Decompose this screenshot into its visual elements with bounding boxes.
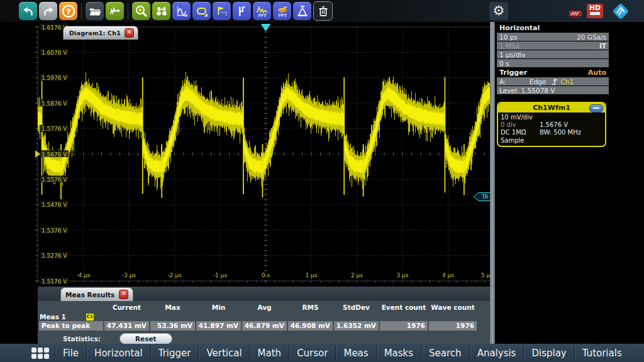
search-button[interactable] [152,2,170,20]
redo-icon [42,4,55,18]
undo-icon [21,4,35,18]
svg-text:1.5376 V: 1.5376 V [42,228,67,234]
channel1-row-decimation: Sample [498,137,605,146]
channel1-offset-value: 1.5676 V [540,121,568,129]
svg-text:1.5476 V: 1.5476 V [42,202,67,208]
channel1-row-scale: 10 mV/div [498,112,605,121]
panel-splitter[interactable] [490,22,495,344]
deskew-button[interactable] [233,2,251,20]
meas-tab-close-icon[interactable]: ✕ [119,290,128,299]
trigger-title: Trigger [499,69,527,77]
meas-header-row: Current Max Min Avg RMS StdDev Event cou… [39,302,490,312]
channel1-decimation-value: Sample [501,137,525,145]
top-toolbar: ? [0,0,644,22]
zoom-icon [134,4,148,18]
meas-results-tab[interactable]: Meas Results ✕ [60,287,133,301]
fft-button[interactable]: FFT [253,2,271,20]
waveform-edit-button[interactable] [172,2,191,20]
channel1-header: Ch1Wfm1 [498,103,605,112]
zone-trigger-button[interactable] [213,2,231,20]
minimize-button[interactable] [589,104,603,112]
menu-item-vertical[interactable]: Vertical [198,346,249,361]
svg-text:FFT: FFT [258,13,267,18]
meas-header-min: Min [196,304,241,311]
menu-item-display[interactable]: Display [523,346,574,361]
zoom-button[interactable] [132,2,150,20]
meas-name-cell: Peak to peak [39,321,103,331]
timebase-scale-value: 1 μs/div [499,51,526,58]
open-folder-icon [88,4,102,18]
meas-header-stddev: StdDev [334,304,379,311]
deskew-icon [235,4,249,18]
flag-icon [215,4,229,18]
hd-mode-badge[interactable]: HD [587,4,603,18]
delete-button[interactable] [313,1,333,21]
redo-button[interactable] [39,2,57,20]
undo-button[interactable] [19,2,37,20]
menu-item-math[interactable]: Math [250,346,289,361]
svg-text:1.5976 V: 1.5976 V [42,75,67,81]
svg-text:2 μs: 2 μs [351,272,363,278]
menu-item-cursor[interactable]: Cursor [289,346,335,361]
spectrogram-button[interactable]: FFT [273,2,291,20]
fft-icon: FFT [255,4,269,18]
meas-results-panel: Meas Results ✕ Current Max Min Avg RMS S… [38,287,490,343]
reset-statistics-button[interactable]: Reset [119,333,172,344]
svg-text:1.5176 V: 1.5176 V [42,278,67,285]
diagram-tab-label: Diagram1: Ch1 [69,30,121,36]
open-file-button[interactable] [86,2,104,20]
diagram-tab[interactable]: Diagram1: Ch1 ✕ [63,26,138,40]
annotate-icon [108,4,122,18]
meas-stddev-cell: 1.6352 mV [334,321,379,331]
meas-avg-cell: 46.879 mV [242,321,287,331]
svg-text:TA: TA [481,194,488,200]
svg-text:1.5276 V: 1.5276 V [42,253,67,259]
mask-test-button[interactable] [192,2,211,20]
menu-item-masks[interactable]: Masks [376,346,421,361]
help-button[interactable]: ? [59,2,77,20]
trigger-mode-value: Auto [588,69,606,77]
mask-icon [195,4,209,18]
histogram-button[interactable] [293,2,311,20]
menu-item-file[interactable]: File [55,346,86,361]
statistics-label: Statistics: [63,335,101,343]
menu-item-trigger[interactable]: Trigger [150,346,199,361]
waveform-diagram: 1.6176 V1.6076 V1.5976 V1.5876 V1.5776 V… [35,23,496,286]
horizontal-row-resolution: 10 ps 20 GSa/s [497,33,609,41]
menu-item-horizontal[interactable]: Horizontal [86,346,150,361]
meas-eventcount-cell: 1976 [380,321,428,331]
trigger-row-source: A: Edge Ch1 [497,77,609,85]
meas-header-avg: Avg [242,304,287,311]
meas-current-cell: 47.431 mV [104,321,149,331]
horizontal-trigger-infobox[interactable]: Horizontal 10 ps 20 GSa/s 1 MSa IT 1 μs/… [497,23,609,94]
graticule-svg: 1.6176 V1.6076 V1.5976 V1.5876 V1.5776 V… [35,23,496,286]
menu-item-meas[interactable]: Meas [335,346,375,361]
horizontal-title: Horizontal [499,24,540,32]
minimize-icon [593,107,599,109]
trigger-type-value: Edge [530,78,546,85]
resolution-value: 10 ps [499,33,518,41]
rohde-schwarz-logo [611,3,630,23]
svg-text:-2 μs: -2 μs [167,272,182,278]
horizontal-row-scale: 1 μs/div [497,50,609,58]
meas-values-row: Peak to peak 47.431 mV 53.36 mV 41.897 m… [39,321,490,331]
annotate-button[interactable] [106,2,124,20]
rs-diamond-icon [611,3,630,20]
menu-item-search[interactable]: Search [421,346,469,361]
channel1-row-coupling: DC 1MΩ BW: 500 MHz [498,129,605,136]
hd-label: HD [587,4,603,12]
timebase-position-value: 0 s [499,60,509,67]
settings-button[interactable]: ⚙ [489,2,508,20]
svg-text:1.5676 V: 1.5676 V [42,151,67,158]
svg-text:1.6076 V: 1.6076 V [42,50,67,56]
diagram-tab-close-icon[interactable]: ✕ [125,28,134,38]
toolbar-separator [81,3,82,19]
hd-sub-strip [590,12,600,15]
horizontal-row-recordlength: 1 MSa IT [497,41,609,50]
sample-rate-value: 20 GSa/s [577,33,606,41]
menu-item-tutorials[interactable]: Tutorials [574,346,630,361]
apps-grid-button[interactable] [31,348,49,359]
channel1-signal-box[interactable]: Ch1Wfm1 10 mV/div 0 div 1.5676 V DC 1MΩ … [497,102,606,147]
channel1-row-position: 0 div 1.5676 V [498,121,605,129]
menu-item-analysis[interactable]: Analysis [469,346,524,361]
